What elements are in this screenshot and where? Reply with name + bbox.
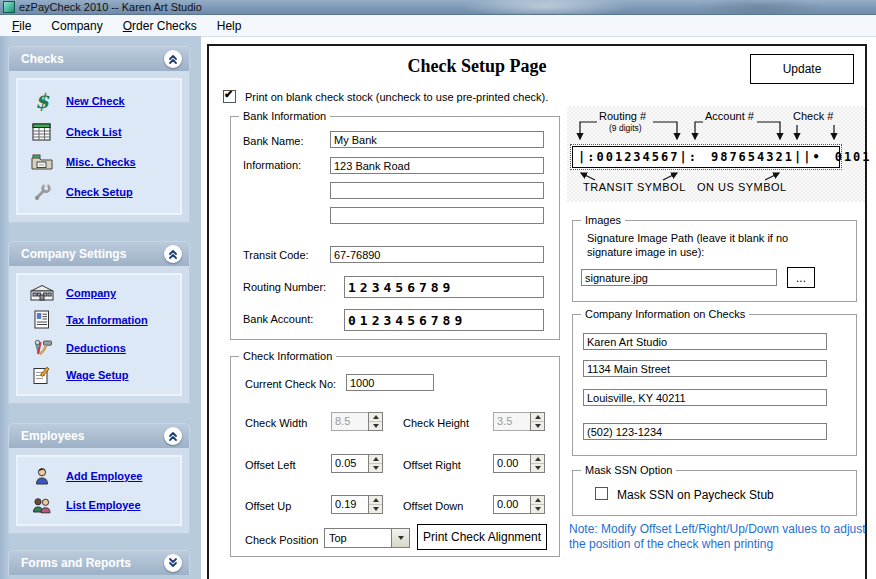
- menu-file[interactable]: File: [2, 15, 41, 36]
- sidebar-link-check-list[interactable]: Check List: [66, 126, 122, 138]
- check-height-label: Check Height: [403, 417, 469, 429]
- check-width-label: Check Width: [245, 417, 307, 429]
- bank-account-input[interactable]: [344, 309, 544, 331]
- sidebar-link-company[interactable]: Company: [66, 287, 116, 299]
- offset-up-spinner[interactable]: 0.19: [331, 495, 383, 514]
- company-information-group: Company Information on Checks: [572, 314, 857, 456]
- company-name-input[interactable]: [583, 333, 827, 350]
- sidebar-link-tax-information[interactable]: Tax Information: [66, 314, 148, 326]
- menu-company[interactable]: Company: [41, 15, 112, 36]
- sidebar-link-misc-checks[interactable]: Misc. Checks: [66, 156, 136, 168]
- transit-code-input[interactable]: [330, 246, 544, 263]
- spin-up-button[interactable]: [369, 496, 382, 505]
- spin-up-button[interactable]: [531, 496, 544, 505]
- spin-down-button[interactable]: [531, 422, 544, 430]
- sidebar-item-wage-setup[interactable]: Wage Setup: [18, 366, 180, 385]
- print-blank-check-checkbox[interactable]: [223, 90, 236, 103]
- dropdown-arrow-icon[interactable]: [391, 529, 409, 547]
- sidebar-item-check-setup[interactable]: Check Setup: [18, 183, 180, 201]
- sidebar-item-deductions[interactable]: Deductions: [18, 339, 180, 357]
- spin-down-button[interactable]: [531, 505, 544, 513]
- collapse-chevron-icon[interactable]: [164, 427, 182, 445]
- sidebar-link-add-employee[interactable]: Add Employee: [66, 470, 142, 482]
- misc-checks-folder-icon: [18, 153, 66, 170]
- browse-button[interactable]: ...: [787, 267, 815, 288]
- section-body-checks: $ New Check Check List Misc. Checks: [8, 71, 190, 223]
- check-digits: 0101: [835, 150, 872, 164]
- section-header-forms-and-reports[interactable]: Forms and Reports: [8, 550, 190, 575]
- transit-symbol: |:: [578, 150, 596, 164]
- spin-down-button[interactable]: [531, 464, 544, 472]
- mask-ssn-group: Mask SSN Option Mask SSN on Paycheck Stu…: [572, 470, 857, 516]
- check-position-dropdown[interactable]: Top: [324, 528, 410, 548]
- offset-left-spinner[interactable]: 0.05: [331, 454, 383, 473]
- title-bar: ezPayCheck 2010 -- Karen Art Studio: [0, 0, 876, 15]
- sidebar-item-list-employee[interactable]: List Employee: [18, 496, 180, 514]
- dollar-sign-icon: $: [18, 92, 66, 110]
- sidebar-item-company[interactable]: Company: [18, 284, 180, 301]
- transit-code-label: Transit Code:: [243, 249, 309, 261]
- mask-ssn-checkbox[interactable]: [595, 487, 608, 500]
- section-header-company-settings[interactable]: Company Settings: [8, 241, 190, 266]
- bank-account-label: Bank Account:: [243, 313, 313, 325]
- signature-image-path-input[interactable]: [581, 269, 777, 286]
- sidebar-link-deductions[interactable]: Deductions: [66, 342, 126, 354]
- current-check-no-input[interactable]: [346, 374, 434, 391]
- collapse-chevron-icon[interactable]: [164, 50, 182, 68]
- sidebar-item-add-employee[interactable]: Add Employee: [18, 467, 180, 485]
- collapse-chevron-icon[interactable]: [164, 245, 182, 263]
- bank-name-label: Bank Name:: [243, 135, 304, 147]
- building-icon: [18, 284, 66, 301]
- sidebar-item-tax-information[interactable]: Tax Information: [18, 310, 180, 329]
- offset-right-spinner[interactable]: 0.00: [493, 454, 545, 473]
- bank-information-line3-input[interactable]: [330, 207, 544, 224]
- update-button[interactable]: Update: [750, 54, 854, 84]
- spin-up-button[interactable]: [369, 413, 382, 422]
- people-icon: [18, 496, 66, 514]
- group-title: Company Information on Checks: [581, 308, 749, 320]
- section-header-employees[interactable]: Employees: [8, 423, 190, 448]
- sidebar: Checks $ New Check Check List: [0, 36, 201, 579]
- offset-down-spinner[interactable]: 0.00: [493, 495, 545, 514]
- mask-ssn-label: Mask SSN on Paycheck Stub: [617, 488, 774, 502]
- offset-left-label: Offset Left: [245, 459, 296, 471]
- print-check-alignment-button[interactable]: Print Check Alignment: [417, 524, 547, 550]
- app-icon: [3, 1, 15, 13]
- sidebar-item-new-check[interactable]: $ New Check: [18, 92, 180, 110]
- bank-information-group: Bank Information Bank Name: Information:…: [230, 116, 560, 340]
- sidebar-link-new-check[interactable]: New Check: [66, 95, 125, 107]
- ezpaycheck-window: ezPayCheck 2010 -- Karen Art Studio File…: [0, 0, 876, 579]
- company-street-input[interactable]: [583, 360, 827, 377]
- routing-number-label: Routing Number:: [243, 281, 326, 293]
- spin-down-button[interactable]: [369, 464, 382, 472]
- bank-information-line2-input[interactable]: [330, 182, 544, 199]
- menu-order-checks[interactable]: Order Checks: [113, 15, 207, 36]
- sidebar-item-check-list[interactable]: Check List: [18, 123, 180, 141]
- spin-down-button[interactable]: [369, 422, 382, 430]
- check-list-icon: [18, 123, 66, 141]
- section-title: Company Settings: [21, 247, 126, 261]
- offset-up-label: Offset Up: [245, 500, 291, 512]
- page-title: Check Setup Page: [337, 56, 617, 77]
- section-body-company-settings: Company Tax Information Deductions: [8, 266, 190, 404]
- tax-document-icon: [18, 310, 66, 329]
- spin-down-button[interactable]: [369, 505, 382, 513]
- spinner-value: 0.19: [331, 495, 368, 514]
- spin-up-button[interactable]: [531, 413, 544, 422]
- company-city-input[interactable]: [583, 389, 827, 406]
- section-header-checks[interactable]: Checks: [8, 46, 190, 71]
- sidebar-link-list-employee[interactable]: List Employee: [66, 499, 141, 511]
- expand-chevron-icon[interactable]: [164, 554, 182, 572]
- sidebar-link-wage-setup[interactable]: Wage Setup: [66, 369, 129, 381]
- sidebar-link-check-setup[interactable]: Check Setup: [66, 186, 133, 198]
- menu-help[interactable]: Help: [207, 15, 252, 36]
- spin-up-button[interactable]: [531, 455, 544, 464]
- sidebar-item-misc-checks[interactable]: Misc. Checks: [18, 153, 180, 170]
- bank-name-input[interactable]: [330, 131, 544, 148]
- current-check-no-label: Current Check No:: [245, 378, 336, 390]
- routing-number-input[interactable]: [344, 276, 544, 298]
- company-phone-input[interactable]: [583, 423, 827, 440]
- images-group: Images Signature Image Path (leave it bl…: [572, 220, 857, 302]
- bank-information-line1-input[interactable]: [330, 157, 544, 174]
- spin-up-button[interactable]: [369, 455, 382, 464]
